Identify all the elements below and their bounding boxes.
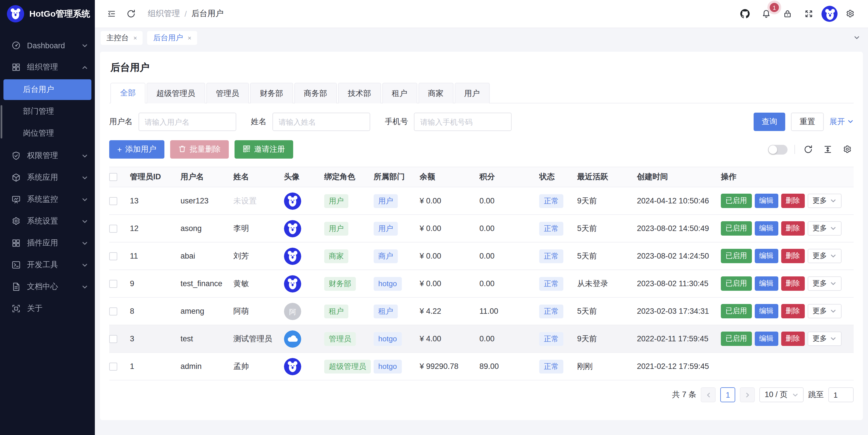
invite-register-button[interactable]: 邀请注册 — [235, 140, 293, 159]
reset-button[interactable]: 重置 — [791, 113, 824, 131]
query-button[interactable]: 查询 — [754, 113, 785, 131]
user-avatar[interactable] — [284, 275, 301, 292]
sidebar-item-系统设置[interactable]: 系统设置 — [0, 210, 95, 232]
delete-button[interactable]: 删除 — [781, 221, 804, 236]
sidebar-item-系统监控[interactable]: 系统监控 — [0, 188, 95, 210]
edit-button[interactable]: 编辑 — [754, 221, 778, 236]
filter-tab-全部[interactable]: 全部 — [111, 83, 146, 103]
row-checkbox[interactable] — [109, 197, 117, 205]
column-settings-icon[interactable] — [841, 143, 854, 156]
sidebar-item-关于[interactable]: 关于 — [0, 298, 95, 319]
expand-link[interactable]: 展开 — [830, 117, 854, 127]
edit-button[interactable]: 编辑 — [754, 332, 778, 346]
delete-button[interactable]: 删除 — [781, 332, 804, 346]
more-button[interactable]: 更多 — [807, 194, 841, 208]
user-avatar[interactable] — [284, 247, 301, 265]
edit-button[interactable]: 编辑 — [754, 304, 778, 318]
reload-icon[interactable] — [802, 143, 814, 156]
row-checkbox[interactable] — [109, 362, 117, 370]
sidebar-subitem-岗位管理[interactable]: 岗位管理 — [3, 123, 91, 144]
sidebar-item-插件应用[interactable]: 插件应用 — [0, 232, 95, 254]
edit-button[interactable]: 编辑 — [754, 249, 778, 263]
row-checkbox[interactable] — [109, 252, 117, 260]
filter-tab-商家[interactable]: 商家 — [418, 83, 453, 103]
edit-button[interactable]: 编辑 — [754, 276, 778, 291]
collapse-sidebar-icon[interactable] — [103, 5, 120, 23]
sidebar-logo-row[interactable]: HotGo管理系统 — [0, 0, 95, 28]
filter-tab-label: 商务部 — [304, 88, 327, 98]
cell-balance: ¥ 99290.78 — [420, 362, 479, 371]
batch-delete-button[interactable]: 批量删除 — [170, 140, 229, 159]
row-checkbox[interactable] — [109, 307, 117, 315]
row-checkbox[interactable] — [109, 335, 117, 343]
filter-tab-租户[interactable]: 租户 — [382, 83, 417, 103]
more-button[interactable]: 更多 — [807, 332, 841, 346]
more-button[interactable]: 更多 — [807, 249, 841, 263]
jump-page-input[interactable] — [828, 387, 854, 402]
grid-icon — [11, 62, 22, 72]
row-checkbox[interactable] — [109, 280, 117, 288]
sidebar-item-系统应用[interactable]: 系统应用 — [0, 167, 95, 188]
enabled-button[interactable]: 已启用 — [721, 249, 752, 263]
delete-button[interactable]: 删除 — [781, 249, 804, 263]
github-icon[interactable] — [736, 5, 754, 23]
filter-tab-管理员[interactable]: 管理员 — [206, 83, 249, 103]
more-button[interactable]: 更多 — [807, 276, 841, 291]
field-input[interactable] — [414, 113, 512, 131]
filter-tab-财务部[interactable]: 财务部 — [250, 83, 293, 103]
user-avatar[interactable] — [284, 330, 301, 347]
enabled-button[interactable]: 已启用 — [721, 194, 752, 208]
sidebar-subitem-后台用户[interactable]: 后台用户 — [3, 79, 91, 100]
sidebar-item-组织管理[interactable]: 组织管理 — [0, 56, 95, 78]
table-border-toggle[interactable] — [768, 145, 787, 154]
sidebar-subitem-部门管理[interactable]: 部门管理 — [3, 101, 91, 122]
sidebar-scrollbar[interactable] — [1, 105, 2, 138]
enabled-button[interactable]: 已启用 — [721, 276, 752, 291]
field-input[interactable] — [138, 113, 236, 131]
filter-tab-label: 管理员 — [216, 88, 239, 98]
breadcrumb-parent[interactable]: 组织管理 — [148, 9, 180, 19]
more-button[interactable]: 更多 — [807, 304, 841, 318]
user-avatar[interactable]: 阿 — [284, 303, 301, 320]
select-all-checkbox[interactable] — [109, 173, 117, 181]
delete-button[interactable]: 删除 — [781, 276, 804, 291]
enabled-button[interactable]: 已启用 — [721, 221, 752, 236]
delete-button[interactable]: 删除 — [781, 304, 804, 318]
cell-integral: 0.00 — [479, 224, 539, 233]
user-avatar[interactable] — [284, 220, 301, 237]
refresh-icon[interactable] — [122, 5, 140, 23]
enabled-button[interactable]: 已启用 — [721, 304, 752, 318]
edit-button[interactable]: 编辑 — [754, 194, 778, 208]
filter-tab-用户[interactable]: 用户 — [455, 83, 490, 103]
bell-icon[interactable]: 1 — [757, 5, 775, 23]
add-user-button[interactable]: + 添加用户 — [109, 140, 164, 159]
page-size-select[interactable]: 10 / 页 — [760, 387, 804, 402]
sidebar-item-开发工具[interactable]: 开发工具 — [0, 254, 95, 276]
page-number-button[interactable]: 1 — [720, 387, 735, 402]
density-icon[interactable] — [822, 143, 834, 156]
settings-gear-icon[interactable] — [842, 5, 859, 23]
user-avatar[interactable] — [284, 358, 301, 375]
sidebar-item-dashboard[interactable]: Dashboard — [0, 34, 95, 56]
filter-tab-超级管理员[interactable]: 超级管理员 — [147, 83, 205, 103]
delete-button[interactable]: 删除 — [781, 194, 804, 208]
lock-icon[interactable] — [779, 5, 796, 23]
close-icon[interactable]: × — [188, 34, 191, 41]
page-tab-后台用户[interactable]: 后台用户× — [148, 31, 197, 44]
avatar[interactable] — [822, 6, 838, 22]
filter-tab-技术部[interactable]: 技术部 — [338, 83, 381, 103]
sidebar-item-权限管理[interactable]: 权限管理 — [0, 145, 95, 167]
prev-page-button[interactable] — [701, 387, 716, 402]
next-page-button[interactable] — [740, 387, 755, 402]
enabled-button[interactable]: 已启用 — [721, 332, 752, 346]
row-checkbox[interactable] — [109, 224, 117, 232]
field-input[interactable] — [272, 113, 370, 131]
user-avatar[interactable] — [284, 192, 301, 210]
fullscreen-icon[interactable] — [800, 5, 817, 23]
more-button[interactable]: 更多 — [807, 221, 841, 236]
tabbar-collapse-chevron-icon[interactable] — [851, 32, 862, 43]
page-tab-主控台[interactable]: 主控台× — [101, 31, 143, 44]
filter-tab-商务部[interactable]: 商务部 — [294, 83, 337, 103]
close-icon[interactable]: × — [133, 34, 137, 41]
sidebar-item-文档中心[interactable]: 文档中心 — [0, 276, 95, 298]
